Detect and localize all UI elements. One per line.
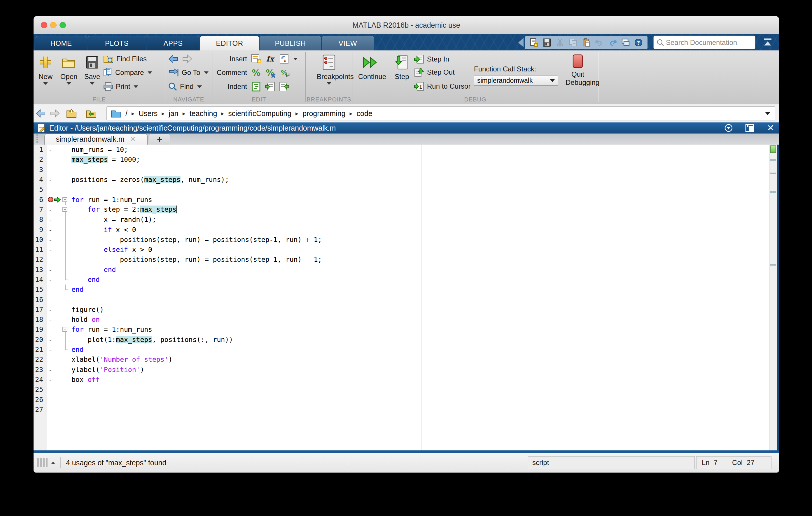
open-button[interactable]: Open	[57, 53, 81, 85]
executable-line-marker[interactable]: -	[47, 206, 54, 213]
uncomment-icon[interactable]: %	[265, 67, 276, 78]
executable-line-marker[interactable]: -	[47, 246, 54, 253]
code-line-3[interactable]: 3	[33, 165, 769, 175]
code-line-18[interactable]: 18-hold on	[33, 314, 769, 325]
function-call-stack-dropdown[interactable]: simplerandomwalk	[474, 75, 558, 86]
new-button[interactable]: New	[33, 53, 58, 85]
code-line-25[interactable]: 25	[33, 385, 769, 394]
code-fold-cell[interactable]: −	[62, 325, 69, 334]
breadcrumb-segment[interactable]: teaching	[190, 109, 217, 118]
executable-line-marker[interactable]: -	[47, 226, 54, 234]
executable-line-marker[interactable]: -	[47, 216, 54, 223]
breadcrumb-segment[interactable]: /	[125, 109, 127, 118]
executable-line-marker[interactable]: -	[47, 256, 54, 263]
breakpoints-button[interactable]: Breakpoints	[317, 53, 341, 85]
executable-line-marker[interactable]: -	[47, 236, 54, 243]
quick-access-chevron-icon[interactable]	[518, 38, 524, 47]
quit-debugging-button[interactable]: Quit Debugging	[566, 53, 590, 87]
code-line-17[interactable]: 17-figure()	[33, 305, 769, 314]
comment-icon[interactable]: %	[251, 67, 262, 78]
code-line-1[interactable]: 1-num_runs = 10;	[33, 145, 769, 154]
new-tab-button[interactable]: +	[149, 133, 170, 145]
ribbon-tab-editor[interactable]: EDITOR	[200, 36, 259, 51]
executable-line-marker[interactable]: -	[47, 316, 54, 323]
continue-button[interactable]: Continue	[358, 53, 383, 81]
editor-close-icon[interactable]: ✕	[765, 124, 776, 132]
executable-line-marker[interactable]: -	[47, 156, 54, 163]
window-icon[interactable]	[621, 38, 630, 47]
code-line-8[interactable]: 8- x = randn(1);	[33, 215, 769, 224]
wrap-comments-icon[interactable]: %	[279, 67, 290, 78]
breadcrumb-segment[interactable]: code	[356, 109, 372, 118]
code-line-21[interactable]: 21-end	[33, 344, 769, 355]
redo-icon[interactable]	[608, 38, 617, 47]
step-out-button[interactable]: Step Out	[414, 67, 455, 77]
usage-marker[interactable]	[770, 159, 776, 161]
tab-close-icon[interactable]: ✕	[130, 135, 136, 144]
code-line-13[interactable]: 13- end	[33, 265, 769, 275]
executable-line-marker[interactable]: -	[47, 306, 54, 313]
message-indicator-strip[interactable]	[769, 145, 777, 450]
insert-section-icon[interactable]	[251, 53, 262, 64]
browse-folder-icon[interactable]	[85, 108, 97, 119]
code-line-10[interactable]: 10- positions(step, run) = positions(ste…	[33, 235, 769, 245]
executable-line-marker[interactable]: -	[47, 336, 54, 343]
code-line-22[interactable]: 22-xlabel('Number of steps')	[33, 355, 769, 364]
ribbon-tab-plots[interactable]: PLOTS	[87, 36, 146, 51]
code-line-7[interactable]: 7-− for step = 2:max_steps	[33, 205, 769, 215]
indent-buttons[interactable]	[251, 82, 290, 92]
back-icon[interactable]	[168, 55, 179, 63]
executable-line-marker[interactable]: -	[47, 376, 54, 383]
analyzer-status-icon[interactable]	[770, 146, 776, 153]
collapse-ribbon-icon[interactable]	[763, 38, 772, 47]
code-fold-cell[interactable]: −	[62, 194, 69, 204]
code-line-6[interactable]: 6−for run = 1:num_runs	[33, 194, 769, 204]
compare-button[interactable]: Compare	[104, 68, 152, 78]
smart-indent-icon[interactable]	[251, 81, 262, 92]
find-button[interactable]: Find	[168, 82, 202, 92]
code-line-2[interactable]: 2-max_steps = 1000;	[33, 154, 769, 164]
comment-buttons[interactable]: % % %	[251, 68, 290, 78]
code-line-26[interactable]: 26	[33, 394, 769, 404]
code-line-12[interactable]: 12- positions(step, run) = positions(ste…	[33, 254, 769, 265]
code-line-16[interactable]: 16	[33, 295, 769, 304]
ribbon-tab-publish[interactable]: PUBLISH	[260, 36, 321, 51]
insert-dropdown-arrow[interactable]	[293, 58, 298, 60]
forward-icon[interactable]	[182, 55, 192, 63]
executable-line-marker[interactable]: -	[47, 276, 54, 283]
path-dropdown-arrow[interactable]	[765, 112, 771, 115]
indent-right-icon[interactable]	[265, 81, 276, 92]
ribbon-tab-apps[interactable]: APPS	[147, 36, 200, 51]
print-button[interactable]: Print	[104, 82, 138, 92]
breadcrumb-segment[interactable]: jan	[169, 109, 178, 118]
insert-function-icon[interactable]: fx	[265, 53, 276, 64]
editor-menu-icon[interactable]	[724, 124, 733, 132]
executable-line-marker[interactable]: -	[47, 266, 54, 273]
statusbar-grip[interactable]	[37, 458, 49, 467]
step-button[interactable]: Step	[390, 53, 414, 81]
path-field[interactable]: /▸Users▸jan▸teaching▸scientificComputing…	[107, 107, 775, 120]
insert-cell-icon[interactable]: fi	[279, 53, 290, 64]
ribbon-tab-view[interactable]: VIEW	[322, 36, 374, 51]
code-line-4[interactable]: 4-positions = zeros(max_steps, num_runs)…	[33, 175, 769, 185]
paste-icon[interactable]	[582, 38, 591, 47]
code-line-5[interactable]: 5	[33, 185, 769, 194]
run-to-cursor-button[interactable]: I Run to Cursor	[414, 81, 470, 91]
breadcrumb-segment[interactable]: scientificComputing	[228, 109, 291, 118]
code-editor[interactable]: 1-num_runs = 10;2-max_steps = 1000;34-po…	[33, 145, 769, 450]
usage-marker[interactable]	[770, 191, 776, 193]
executable-line-marker[interactable]: -	[47, 356, 54, 363]
code-line-27[interactable]: 27	[33, 405, 769, 415]
breakpoint-marker[interactable]	[47, 197, 54, 202]
new-script-icon[interactable]	[529, 38, 539, 47]
executable-line-marker[interactable]: -	[47, 286, 54, 293]
find-files-button[interactable]: Find Files	[104, 54, 147, 64]
code-line-24[interactable]: 24-box off	[33, 374, 769, 385]
code-line-19[interactable]: 19-−for run = 1:num_runs	[33, 325, 769, 334]
breakpoint-icon[interactable]	[48, 197, 53, 202]
nav-forward-icon[interactable]	[49, 108, 60, 119]
statusbar-expand-icon[interactable]	[51, 461, 55, 464]
step-in-button[interactable]: Step In	[414, 54, 449, 64]
nav-back-icon[interactable]	[35, 108, 47, 119]
tab-grip-handle[interactable]	[36, 134, 38, 144]
